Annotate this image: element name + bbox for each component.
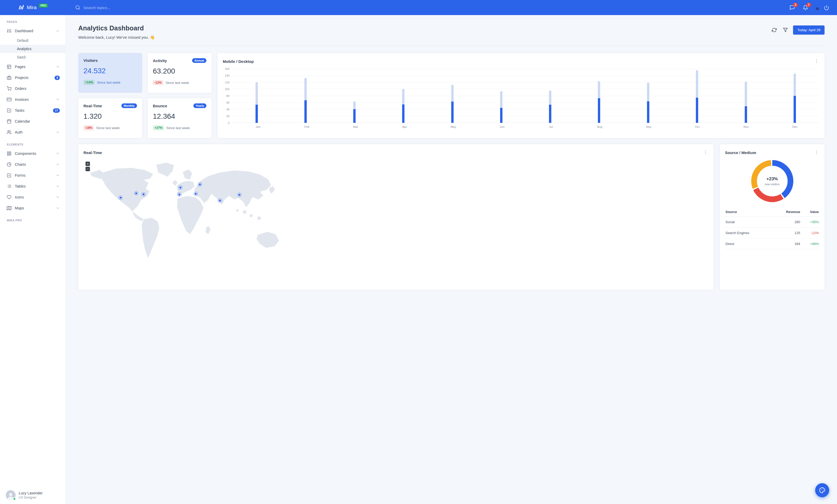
page-subtitle: Welcome back, Lucy! We've missed you. 👋 xyxy=(78,35,155,40)
bar-mar xyxy=(330,69,379,123)
list-icon xyxy=(7,184,12,189)
sidebar-item-invoices[interactable]: Invoices xyxy=(0,94,66,105)
chevron-up-icon xyxy=(56,29,60,33)
projects-count-badge: 8 xyxy=(55,76,60,80)
chevron-down-icon xyxy=(56,65,60,69)
y-tick-label: 20 xyxy=(227,115,230,118)
sidebar-item-charts[interactable]: Charts xyxy=(0,159,66,170)
chevron-down-icon xyxy=(56,162,60,167)
sidebar-item-label: Calendar xyxy=(15,119,30,124)
brand-name: Mira xyxy=(27,5,37,11)
search-input[interactable] xyxy=(84,5,167,10)
sidebar-item-icons[interactable]: Icons xyxy=(0,192,66,203)
stat-value: 24.532 xyxy=(84,67,137,75)
stat-delta-badge: -12% xyxy=(153,80,163,85)
grid-icon xyxy=(7,151,12,156)
chevron-down-icon xyxy=(56,184,60,188)
sidebar-item-default[interactable]: Default xyxy=(0,36,66,45)
check-square-icon xyxy=(7,173,12,178)
map-zoom-controls: + − xyxy=(86,162,90,171)
map-marker[interactable] xyxy=(194,192,197,195)
sidebar-item-label: Forms xyxy=(15,173,25,178)
stat-note: Since last week xyxy=(97,80,120,85)
map-marker[interactable] xyxy=(135,192,138,195)
sidebar-item-label: Invoices xyxy=(15,97,29,101)
sidebar-item-dashboard[interactable]: Dashboard xyxy=(0,25,66,36)
x-tick-label: Mar xyxy=(332,125,380,128)
layout-icon xyxy=(7,64,12,69)
chevron-down-icon xyxy=(56,130,60,134)
x-tick-label: Feb xyxy=(283,125,332,128)
sidebar-item-label: Projects xyxy=(15,76,28,80)
chevron-down-icon xyxy=(56,97,60,101)
brand[interactable]: Mira PRO xyxy=(0,4,66,11)
brand-pro-badge: PRO xyxy=(39,4,48,7)
sidebar-item-pages[interactable]: Pages xyxy=(0,61,66,72)
stat-title: Activity xyxy=(153,58,167,63)
map-marker[interactable] xyxy=(238,193,241,197)
bar-chart-xlabels: JanFebMarAprMayJunJulAugSepOctNovDec xyxy=(234,125,418,128)
map-zoom-in-button[interactable]: + xyxy=(86,162,90,166)
bar-apr xyxy=(379,69,418,123)
sidebar-section-elements: ELEMENTS xyxy=(0,138,66,148)
activity-card: Activity Annual 63.200 -12% Since last w… xyxy=(148,53,212,93)
sidebar-item-orders[interactable]: Orders xyxy=(0,83,66,94)
sidebar-item-analytics[interactable]: Analytics xyxy=(0,45,66,53)
sidebar-item-components[interactable]: Components xyxy=(0,148,66,159)
map-marker[interactable] xyxy=(179,186,182,189)
main-content: Analytics Dashboard Welcome back, Lucy! … xyxy=(66,15,418,252)
y-tick-label: 140 xyxy=(225,74,230,77)
sidebar-item-tables[interactable]: Tables xyxy=(0,181,66,192)
sidebar-item-calendar[interactable]: Calendar xyxy=(0,116,66,127)
global-search xyxy=(66,5,418,10)
stat-delta-badge: +14% xyxy=(84,80,95,85)
stat-note: Since last week xyxy=(166,126,190,130)
map-marker[interactable] xyxy=(119,196,122,199)
sidebar-item-label: Tables xyxy=(15,184,26,188)
sidebar-item-label: Pages xyxy=(15,65,25,69)
tasks-count-badge: 17 xyxy=(53,108,60,113)
bar-chart-bars xyxy=(232,69,418,123)
shopping-cart-icon xyxy=(7,86,12,91)
sidebar-item-label: Components xyxy=(15,151,36,156)
sidebar-item-label: Auth xyxy=(15,130,23,134)
map-zoom-out-button[interactable]: − xyxy=(86,167,90,171)
stat-note: Since last week xyxy=(165,81,189,85)
mobile-desktop-card: Mobile / Desktop 020406080100120140160 J… xyxy=(217,53,418,138)
y-tick-label: 40 xyxy=(227,108,230,111)
sidebar-item-maps[interactable]: Maps xyxy=(0,203,66,213)
map-marker[interactable] xyxy=(178,193,181,196)
sidebar: PAGES Dashboard Default Analytics SaaS P… xyxy=(0,15,66,252)
sidebar-item-tasks[interactable]: Tasks 17 xyxy=(0,105,66,116)
stat-note: Since last week xyxy=(96,126,120,130)
period-badge: Yearly xyxy=(193,104,207,108)
sidebar-item-auth[interactable]: Auth xyxy=(0,127,66,138)
sidebar-item-label: Orders xyxy=(15,87,26,91)
realtime-map-card: Real-Time xyxy=(78,144,418,252)
y-tick-label: 120 xyxy=(225,81,230,84)
stat-value: 1.320 xyxy=(84,112,137,120)
search-icon xyxy=(75,5,80,10)
sidebar-item-forms[interactable]: Forms xyxy=(0,170,66,181)
sidebar-item-label: Maps xyxy=(15,206,24,210)
calendar-icon xyxy=(7,119,12,124)
page-title: Analytics Dashboard xyxy=(78,24,155,32)
stat-delta-badge: +27% xyxy=(153,125,164,130)
sidebar-item-projects[interactable]: Projects 8 xyxy=(0,72,66,83)
map-marker[interactable] xyxy=(218,199,221,202)
sidebar-item-saas[interactable]: SaaS xyxy=(0,53,66,61)
bounce-card: Bounce Yearly 12.364 +27% Since last wee… xyxy=(148,98,212,138)
map-marker[interactable] xyxy=(142,193,145,196)
x-tick-label: Jan xyxy=(234,125,283,128)
heart-icon xyxy=(7,195,12,200)
stat-value: 12.364 xyxy=(153,112,207,120)
map-icon xyxy=(7,206,12,210)
period-badge: Monthly xyxy=(121,104,137,108)
top-navbar: Mira PRO 3 7 xyxy=(0,0,418,15)
sidebar-item-label: Dashboard xyxy=(15,29,33,33)
chevron-down-icon xyxy=(56,173,60,178)
chevron-down-icon xyxy=(56,195,60,199)
card-title: Mobile / Desktop xyxy=(223,59,254,64)
map-marker[interactable] xyxy=(198,183,201,186)
bar-feb xyxy=(281,69,330,123)
